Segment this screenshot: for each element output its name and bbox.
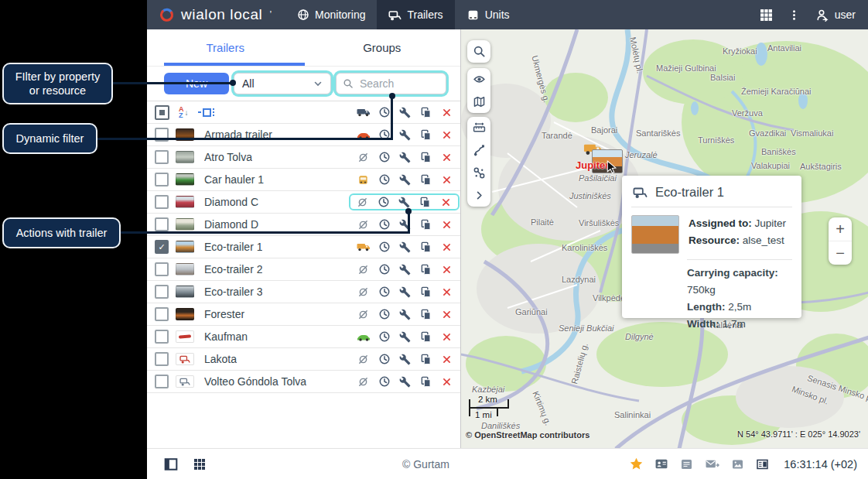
row-checkbox[interactable]	[155, 375, 169, 388]
binding-status-icon[interactable]	[353, 242, 374, 251]
delete-icon[interactable]	[436, 130, 457, 140]
sort-az-icon[interactable]: AZ↓	[179, 106, 189, 118]
properties-icon[interactable]	[395, 152, 415, 163]
panel-tab-groups[interactable]: Groups	[304, 29, 461, 66]
properties-icon[interactable]	[395, 309, 415, 320]
column-properties-icon[interactable]	[395, 107, 415, 118]
binding-status-icon[interactable]	[353, 219, 374, 231]
copy-icon[interactable]	[415, 197, 436, 208]
search-input[interactable]	[358, 77, 439, 91]
hours-icon[interactable]	[374, 353, 395, 365]
copy-icon[interactable]	[415, 286, 436, 298]
trailer-name[interactable]: Forester	[204, 308, 244, 320]
row-checkbox[interactable]	[155, 330, 169, 344]
copy-icon[interactable]	[415, 152, 436, 163]
copy-icon[interactable]	[415, 309, 436, 320]
media-icon[interactable]	[731, 458, 744, 470]
delete-icon[interactable]	[436, 220, 457, 230]
delete-icon[interactable]	[436, 152, 457, 163]
binding-status-icon[interactable]	[352, 197, 373, 208]
copy-icon[interactable]	[415, 219, 436, 231]
properties-icon[interactable]	[395, 286, 415, 298]
properties-icon[interactable]	[395, 241, 415, 253]
binding-status-icon[interactable]	[353, 264, 374, 275]
hours-icon[interactable]	[374, 308, 395, 320]
notifications-mail-icon[interactable]	[705, 457, 719, 470]
trailer-name[interactable]: Eco-trailer 2	[204, 263, 262, 275]
delete-icon[interactable]	[436, 354, 457, 364]
copy-icon[interactable]	[415, 376, 436, 388]
copy-icon[interactable]	[415, 241, 436, 253]
properties-icon[interactable]	[395, 354, 415, 365]
hours-icon[interactable]	[374, 286, 395, 298]
map-search-button[interactable]	[467, 40, 490, 63]
map-canvas[interactable]: Ukmergės g. Molėtų pl. Kryžiokai Antavil…	[460, 29, 868, 449]
binding-status-icon[interactable]	[353, 376, 374, 388]
row-checkbox[interactable]	[155, 150, 169, 164]
trailer-name[interactable]: Diamond D	[204, 218, 258, 231]
expand-tools-chevron[interactable]	[467, 184, 490, 207]
delete-icon[interactable]	[436, 287, 457, 297]
tab-units[interactable]: Units	[455, 0, 521, 29]
contacts-card-icon[interactable]	[654, 457, 668, 470]
binding-status-icon[interactable]	[353, 354, 374, 365]
trailer-name[interactable]: Diamond C	[204, 196, 258, 208]
column-binding-icon[interactable]	[353, 108, 374, 117]
user-menu[interactable]: user	[815, 9, 856, 22]
row-checkbox[interactable]: ✓	[155, 240, 169, 254]
dynamic-filter-icon[interactable]	[198, 108, 215, 117]
copy-icon[interactable]	[415, 354, 436, 365]
favorites-star-icon[interactable]	[630, 457, 643, 470]
hours-icon[interactable]	[374, 263, 395, 275]
trailer-name[interactable]: Eco-trailer 1	[204, 241, 262, 253]
copy-icon[interactable]	[415, 331, 436, 343]
properties-icon[interactable]	[395, 129, 415, 141]
routing-button[interactable]	[467, 139, 490, 162]
properties-icon[interactable]	[395, 376, 415, 388]
hours-icon[interactable]	[373, 196, 394, 208]
zoom-out-button[interactable]: −	[829, 241, 852, 265]
log-icon[interactable]	[680, 458, 693, 470]
row-checkbox[interactable]	[155, 307, 169, 321]
tab-trailers[interactable]: Trailers	[377, 0, 454, 29]
delete-icon[interactable]	[436, 175, 457, 185]
properties-icon[interactable]	[395, 219, 415, 231]
copy-icon[interactable]	[415, 264, 436, 275]
nearest-units-button[interactable]	[467, 162, 490, 184]
delete-icon[interactable]	[436, 332, 457, 342]
binding-status-icon[interactable]	[353, 174, 374, 186]
trailer-name[interactable]: Eco-trailer 3	[204, 286, 262, 298]
row-checkbox[interactable]	[155, 262, 169, 276]
apps-dashboard-icon[interactable]	[193, 458, 206, 470]
zoom-in-button[interactable]: +	[829, 217, 852, 241]
binding-status-icon[interactable]	[353, 333, 374, 341]
select-all-checkbox[interactable]	[155, 105, 169, 120]
copy-icon[interactable]	[415, 129, 436, 141]
row-checkbox[interactable]	[155, 352, 169, 366]
delete-icon[interactable]	[436, 197, 456, 207]
properties-icon[interactable]	[395, 264, 415, 275]
hours-icon[interactable]	[374, 173, 395, 186]
toggle-panel-icon[interactable]	[164, 457, 178, 471]
column-copy-icon[interactable]	[415, 107, 436, 118]
delete-icon[interactable]	[436, 242, 457, 252]
properties-icon[interactable]	[395, 174, 415, 186]
layout-panel-icon[interactable]	[756, 458, 769, 470]
trailer-name[interactable]: Kaufman	[204, 330, 248, 343]
app-logo[interactable]: wialon local’	[147, 0, 285, 29]
column-delete-icon[interactable]	[436, 108, 457, 118]
hours-icon[interactable]	[374, 218, 395, 231]
trailer-name[interactable]: Volteo Góndola Tolva	[204, 375, 306, 388]
delete-icon[interactable]	[436, 265, 457, 275]
hours-icon[interactable]	[374, 151, 395, 163]
hours-icon[interactable]	[374, 330, 395, 343]
hours-icon[interactable]	[374, 241, 395, 253]
visibility-eye-button[interactable]	[467, 68, 490, 91]
row-checkbox[interactable]	[155, 173, 169, 186]
copy-icon[interactable]	[415, 174, 436, 186]
map-layers-button[interactable]	[467, 91, 490, 113]
panel-tab-trailers[interactable]: Trailers	[147, 29, 304, 66]
ruler-button[interactable]	[467, 117, 490, 139]
properties-icon[interactable]	[395, 331, 415, 343]
apps-grid-icon[interactable]	[760, 9, 773, 22]
